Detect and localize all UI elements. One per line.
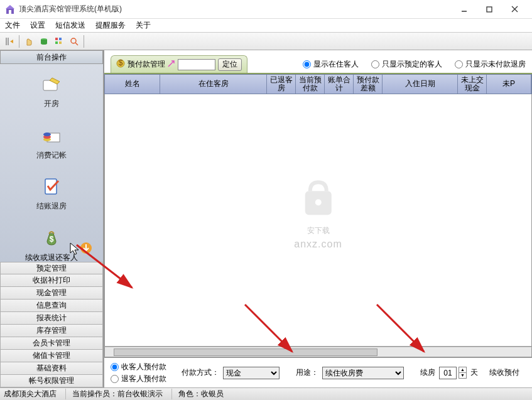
gh-bill[interactable]: 账单合计 <box>325 75 354 94</box>
down-arrow-icon <box>80 242 92 254</box>
gh-indate[interactable]: 入住日期 <box>383 75 458 94</box>
coins-icon <box>40 124 63 147</box>
horizontal-scrollbar[interactable] <box>104 347 532 357</box>
svg-point-27 <box>315 199 322 205</box>
sidebar-li-member[interactable]: 会员卡管理 <box>0 337 103 350</box>
svg-rect-13 <box>59 41 62 44</box>
renew-days-input[interactable] <box>439 367 457 379</box>
menu-settings[interactable]: 设置 <box>30 20 45 31</box>
sidebar-li-stock[interactable]: 库存管理 <box>0 325 103 337</box>
toolbar-btn-find[interactable] <box>67 35 81 48</box>
svg-rect-2 <box>9 10 11 14</box>
svg-text:$: $ <box>119 59 123 67</box>
sidebar-item-checkout[interactable]: 结账退房 <box>0 175 103 212</box>
bottom-controls: 收客人预付款 退客人预付款 付款方式： 现金 用途： 续住收房费 续房 ▲ ▼ … <box>104 357 532 387</box>
titlebar: 顶尖酒店宾馆管理系统(单机版) <box>0 0 532 19</box>
purpose-select[interactable]: 续住收房费 <box>322 367 404 379</box>
grid-header: 姓名 在住客房 已退客房 当前预付款 账单合计 预付款差额 入住日期 未上交现金… <box>104 74 532 94</box>
app-icon <box>5 4 15 14</box>
content: $ 预付款管理 定位 显示在住客人 只显示预定的客人 只显示未付款退房 姓名 在… <box>104 50 532 387</box>
sidebar-li-cash[interactable]: 现金管理 <box>0 287 103 300</box>
gh-deposit[interactable]: 当前预付款 <box>296 75 325 94</box>
grid-body[interactable]: 安下载 anxz.com <box>104 94 532 347</box>
gh-last[interactable]: 未P <box>487 75 531 94</box>
menu-remind[interactable]: 提醒服务 <box>95 20 126 31</box>
maximize-button[interactable] <box>477 1 502 18</box>
statusbar: 成都顶尖大酒店 当前操作员：前台收银演示 角色：收银员 <box>0 387 532 400</box>
sidebar-item-label: 续收或退还客人 预付款 <box>25 253 78 262</box>
tab-title: 预付款管理 <box>128 59 165 70</box>
sidebar-li-reserve[interactable]: 预定管理 <box>0 262 103 274</box>
toolbar-btn-db[interactable] <box>37 35 51 48</box>
sidebar-li-stored[interactable]: 储值卡管理 <box>0 350 103 362</box>
sidebar: 前台操作 开房 消费记帐 结账退房 $ 续收或退还客人 预付款 预定管理 收据补… <box>0 50 104 387</box>
sidebar-li-query[interactable]: 信息查询 <box>0 300 103 312</box>
pay-method-label: 付款方式： <box>182 367 219 378</box>
sidebar-item-label: 开房 <box>44 99 59 109</box>
menubar: 文件 设置 短信发送 提醒服务 关于 <box>0 19 532 33</box>
tail-label: 续收预付 <box>489 367 519 378</box>
purpose-label: 用途： <box>296 367 318 378</box>
pay-method-select[interactable]: 现金 <box>223 367 280 379</box>
note-icon <box>40 73 63 95</box>
svg-rect-4 <box>487 7 492 12</box>
status-operator: 当前操作员：前台收银演示 <box>65 389 163 399</box>
filter-radios: 显示在住客人 只显示预定的客人 只显示未付款退房 <box>303 59 526 70</box>
svg-rect-26 <box>305 191 332 215</box>
radio-collect[interactable]: 收客人预付款 <box>111 362 166 372</box>
spinner-down[interactable]: ▼ <box>459 373 467 379</box>
spinner-up[interactable]: ▲ <box>459 367 467 373</box>
sidebar-item-label: 消费记帐 <box>36 151 67 161</box>
coin-icon: $ <box>116 59 125 70</box>
toolbar-separator <box>84 35 84 48</box>
sidebar-item-deposit[interactable]: $ 续收或退还客人 预付款 <box>0 227 103 262</box>
sidebar-list: 预定管理 收据补打印 现金管理 信息查询 报表统计 库存管理 会员卡管理 储值卡… <box>0 262 103 387</box>
status-hotel: 成都顶尖大酒店 <box>4 389 57 399</box>
radio-refund[interactable]: 退客人预付款 <box>111 374 166 384</box>
svg-point-14 <box>71 38 76 43</box>
gh-room[interactable]: 在住客房 <box>160 75 267 94</box>
svg-rect-12 <box>55 41 58 44</box>
filter-opt-staying[interactable]: 显示在住客人 <box>303 59 359 70</box>
gh-name[interactable]: 姓名 <box>105 75 160 94</box>
locate-button[interactable]: 定位 <box>218 58 242 71</box>
gh-out[interactable]: 已退客房 <box>267 75 296 94</box>
watermark: 安下载 anxz.com <box>294 176 342 250</box>
svg-point-20 <box>43 132 51 136</box>
gh-diff[interactable]: 预付款差额 <box>354 75 383 94</box>
menu-about[interactable]: 关于 <box>136 20 151 31</box>
sidebar-li-base[interactable]: 基础资料 <box>0 362 103 375</box>
toolbar-btn-grid[interactable] <box>52 35 66 48</box>
scrollbar-thumb[interactable] <box>114 349 377 356</box>
sidebar-item-label: 结账退房 <box>36 202 67 212</box>
sidebar-header: 前台操作 <box>0 50 103 64</box>
svg-marker-1 <box>6 5 14 9</box>
renew-label: 续房 <box>420 367 435 378</box>
gh-cash[interactable]: 未上交现金 <box>458 75 487 94</box>
svg-rect-10 <box>55 38 58 40</box>
sidebar-item-checkin[interactable]: 开房 <box>0 73 103 109</box>
menu-file[interactable]: 文件 <box>5 20 20 31</box>
sidebar-li-report[interactable]: 报表统计 <box>0 312 103 325</box>
window-title: 顶尖酒店宾馆管理系统(单机版) <box>19 4 452 14</box>
svg-rect-21 <box>45 179 57 194</box>
sidebar-item-consume[interactable]: 消费记帐 <box>0 124 103 161</box>
filter-opt-unpaid[interactable]: 只显示未付款退房 <box>455 59 526 70</box>
sidebar-li-account[interactable]: 帐号权限管理 <box>0 375 103 387</box>
money-bag-icon: $ <box>40 227 63 249</box>
menu-sms[interactable]: 短信发送 <box>55 20 85 31</box>
sidebar-li-receipt[interactable]: 收据补打印 <box>0 274 103 287</box>
toolbar-btn-1[interactable] <box>3 35 16 48</box>
toolbar <box>0 33 532 50</box>
tab-deposit: $ 预付款管理 定位 <box>111 55 247 73</box>
svg-text:$: $ <box>50 235 54 244</box>
filter-opt-reserved[interactable]: 只显示预定的客人 <box>371 59 442 70</box>
locate-input[interactable] <box>178 59 215 70</box>
svg-line-15 <box>75 43 78 45</box>
toolbar-separator <box>19 35 19 48</box>
days-label: 天 <box>470 367 478 378</box>
minimize-button[interactable] <box>452 1 477 18</box>
close-button[interactable] <box>502 1 527 18</box>
toolbar-btn-hand[interactable] <box>22 35 36 48</box>
status-role: 角色：收银员 <box>171 389 224 399</box>
